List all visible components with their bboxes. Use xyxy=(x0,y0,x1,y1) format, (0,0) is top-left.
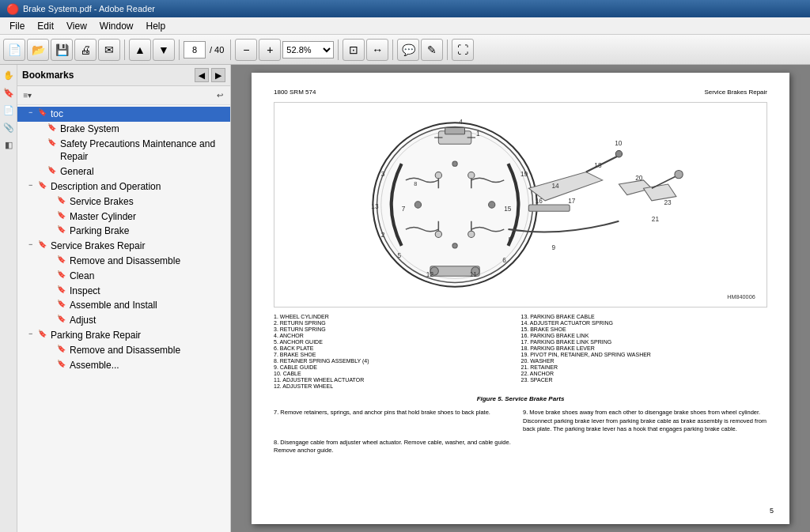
part-17: 17. PARKING BRAKE LINK SPRING xyxy=(521,339,768,345)
menu-view[interactable]: View xyxy=(60,19,93,33)
svg-text:15: 15 xyxy=(504,205,512,213)
toolbar-separator-3 xyxy=(230,40,231,60)
bookmark-icon-inspect: 🔖 xyxy=(57,285,68,295)
bookmark-sb-label: Service Brakes xyxy=(70,195,229,209)
left-panel: Bookmarks ◀ ▶ ≡▾ ↩ − 🔖 toc � xyxy=(17,65,231,532)
forward-button[interactable]: ▼ xyxy=(153,39,175,61)
svg-text:5: 5 xyxy=(398,251,402,259)
layers-icon[interactable]: ◧ xyxy=(2,138,16,152)
expand-sbr-icon: − xyxy=(28,240,38,250)
bookmark-r2-label: Remove and Disassemble xyxy=(70,344,229,357)
part-14: 14. ADJUSTER ACTUATOR SPRING xyxy=(521,320,768,326)
parts-col-right: 13. PARKING BRAKE CABLE 14. ADJUSTER ACT… xyxy=(521,314,768,389)
svg-point-13 xyxy=(615,151,622,157)
zoom-in-button[interactable]: + xyxy=(259,39,281,61)
bookmark-description[interactable]: − 🔖 Description and Operation xyxy=(17,179,230,194)
pdf-page: 1800 SRM 574 Service Brakes Repair xyxy=(252,73,789,524)
svg-text:10: 10 xyxy=(615,139,623,147)
bookmarks-new-button[interactable]: ↩ xyxy=(213,89,227,103)
bookmark-icon-pbr: 🔖 xyxy=(38,329,49,339)
toolbar: 📄 📂 💾 🖨 ✉ ▲ ▼ 8 / 40 − + 52.8% ⊡ ↔ 💬 ✎ ⛶ xyxy=(0,35,810,65)
bookmark-assemble[interactable]: 🔖 Assemble and Install xyxy=(17,298,230,313)
bookmark-brake-system[interactable]: 🔖 Brake System xyxy=(17,122,230,137)
svg-text:3: 3 xyxy=(381,170,385,178)
expand-ai-icon xyxy=(47,299,57,309)
menu-file[interactable]: File xyxy=(3,19,31,33)
toolbar-separator-6 xyxy=(447,40,448,60)
bookmark-brake-label: Brake System xyxy=(60,123,229,136)
pages-icon[interactable]: 📄 xyxy=(2,103,16,117)
bookmarks-header-controls: ◀ ▶ xyxy=(195,68,225,82)
toolbar-separator-1 xyxy=(124,40,125,60)
email-button[interactable]: ✉ xyxy=(98,39,120,61)
print-button[interactable]: 🖨 xyxy=(74,39,97,61)
title-bar: 🔴 Brake System.pdf - Adobe Reader xyxy=(0,0,810,17)
bookmarks-tree[interactable]: − 🔖 toc 🔖 Brake System 🔖 Safety Precauti… xyxy=(17,105,230,532)
bookmark-remove1[interactable]: 🔖 Remove and Disassemble xyxy=(17,254,230,269)
bookmark-general[interactable]: 🔖 General xyxy=(17,164,230,179)
menu-edit[interactable]: Edit xyxy=(31,19,60,33)
fit-page-button[interactable]: ⊡ xyxy=(343,39,365,61)
bookmark-safety[interactable]: 🔖 Safety Precautions Maintenance and Rep… xyxy=(17,137,230,165)
zoom-select[interactable]: 52.8% xyxy=(282,41,334,58)
bookmarks-toolbar: ≡▾ ↩ xyxy=(17,86,230,105)
part-10: 10. CABLE xyxy=(274,371,520,376)
menu-help[interactable]: Help xyxy=(140,19,172,33)
bookmark-pbr[interactable]: − 🔖 Parking Brake Repair xyxy=(17,328,230,343)
collapse-panel-button[interactable]: ◀ xyxy=(195,68,209,82)
bookmark-a2-label: Assemble... xyxy=(70,359,229,372)
fullscreen-button[interactable]: ⛶ xyxy=(452,39,474,61)
svg-point-16 xyxy=(489,202,495,208)
part-7: 7. BRAKE SHOE xyxy=(274,352,520,357)
bookmark-general-label: General xyxy=(60,165,229,179)
part-5: 5. ANCHOR GUIDE xyxy=(274,339,520,345)
bookmark-sbr[interactable]: − 🔖 Service Brakes Repair xyxy=(17,239,230,254)
bookmark-adjust[interactable]: 🔖 Adjust xyxy=(17,313,230,328)
bookmarks-icon[interactable]: 🔖 xyxy=(2,85,16,100)
markup-button[interactable]: ✎ xyxy=(421,39,443,61)
expand-a2-icon xyxy=(47,359,57,369)
svg-text:11: 11 xyxy=(470,270,478,278)
menu-window[interactable]: Window xyxy=(93,19,140,33)
hand-tool-icon[interactable]: ✋ xyxy=(2,68,16,82)
bookmark-icon-sb: 🔖 xyxy=(57,195,68,206)
page-input[interactable]: 8 xyxy=(184,41,206,58)
expand-panel-button[interactable]: ▶ xyxy=(211,68,225,82)
menu-bar: File Edit View Window Help xyxy=(0,17,810,35)
bookmark-inspect-label: Inspect xyxy=(70,285,229,298)
bookmark-remove2[interactable]: 🔖 Remove and Disassemble xyxy=(17,343,230,358)
svg-point-15 xyxy=(414,202,421,208)
svg-point-44 xyxy=(468,172,475,179)
bookmark-icon-sbr: 🔖 xyxy=(38,240,49,250)
part-23: 23. SPACER xyxy=(521,377,768,383)
bookmark-parking-brake[interactable]: 🔖 Parking Brake xyxy=(17,224,230,239)
bookmark-inspect[interactable]: 🔖 Inspect xyxy=(17,284,230,299)
open-button[interactable]: 📂 xyxy=(27,39,49,61)
bookmark-clean[interactable]: 🔖 Clean xyxy=(17,269,230,284)
bookmark-mc-label: Master Cylinder xyxy=(70,210,229,224)
page-header-right: Service Brakes Repair xyxy=(704,89,767,96)
bookmark-master-cylinder[interactable]: 🔖 Master Cylinder xyxy=(17,209,230,224)
expand-toc-icon: − xyxy=(28,108,38,118)
comment-button[interactable]: 💬 xyxy=(397,39,419,61)
save-button[interactable]: 💾 xyxy=(51,39,73,61)
svg-text:12: 12 xyxy=(426,270,434,278)
svg-text:23: 23 xyxy=(664,198,672,206)
part-4: 4. ANCHOR xyxy=(274,333,520,338)
bookmark-assemble2[interactable]: 🔖 Assemble... xyxy=(17,358,230,373)
toolbar-separator-2 xyxy=(179,40,180,60)
pdf-view-area[interactable]: 1800 SRM 574 Service Brakes Repair xyxy=(231,65,810,532)
new-button[interactable]: 📄 xyxy=(3,39,25,61)
window-title: Brake System.pdf - Adobe Reader xyxy=(23,4,155,13)
back-button[interactable]: ▲ xyxy=(129,39,151,61)
svg-text:16: 16 xyxy=(536,197,543,205)
fit-width-button[interactable]: ↔ xyxy=(366,39,388,61)
attachments-icon[interactable]: 📎 xyxy=(2,120,16,134)
bookmark-service-brakes[interactable]: 🔖 Service Brakes xyxy=(17,194,230,209)
bookmarks-options-button[interactable]: ≡▾ xyxy=(21,89,35,103)
zoom-out-button[interactable]: − xyxy=(235,39,257,61)
toolbar-separator-4 xyxy=(338,40,339,60)
expand-pbr-icon: − xyxy=(28,329,38,339)
bookmark-toc[interactable]: − 🔖 toc xyxy=(17,107,230,122)
bookmark-pbr-label: Parking Brake Repair xyxy=(51,329,229,342)
